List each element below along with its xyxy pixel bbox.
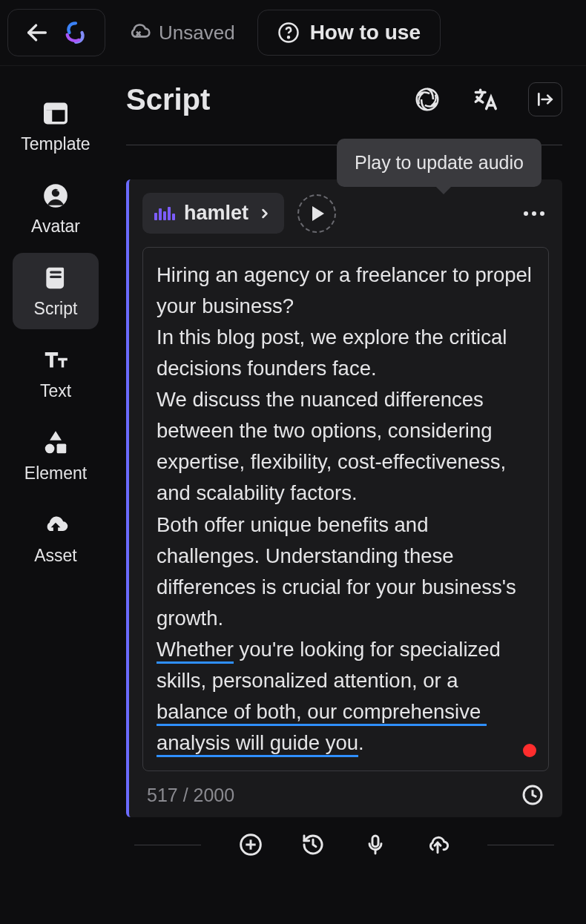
play-tooltip: Play to update audio (337, 139, 541, 187)
sidebar-item-element[interactable]: Element (13, 418, 99, 494)
question-circle-icon (277, 22, 300, 44)
char-counter: 517 / 2000 (147, 785, 234, 806)
translate-icon (471, 85, 499, 113)
voice-wave-icon (154, 207, 175, 220)
svg-point-4 (288, 36, 289, 38)
history-icon (301, 833, 325, 857)
plus-circle-icon (239, 833, 263, 857)
back-button[interactable] (24, 20, 50, 45)
app-logo[interactable] (63, 20, 88, 45)
duration-button[interactable] (521, 783, 544, 807)
sidebar-item-label: Avatar (31, 217, 80, 237)
sidebar: Template Avatar Script Text Element Asse… (0, 66, 111, 923)
voice-selector[interactable]: hamlet (142, 193, 284, 234)
sidebar-item-label: Element (24, 463, 87, 484)
tooltip-text: Play to update audio (355, 152, 524, 173)
voice-name: hamlet (184, 202, 248, 225)
add-scene-button[interactable] (238, 832, 263, 857)
sidebar-item-text[interactable]: Text (13, 335, 99, 412)
template-icon (42, 99, 70, 128)
openai-icon (413, 85, 441, 113)
play-audio-button[interactable] (297, 194, 336, 233)
upload-audio-button[interactable] (425, 832, 450, 857)
collapse-panel-button[interactable] (528, 82, 562, 116)
svg-marker-12 (50, 431, 62, 440)
shapes-icon (42, 429, 70, 457)
chevron-right-icon (257, 206, 272, 221)
cloud-upload-icon (42, 511, 70, 539)
top-bar: Unsaved How to use (0, 0, 586, 66)
sidebar-item-avatar[interactable]: Avatar (13, 171, 99, 247)
toolbar-separator (134, 845, 201, 845)
sidebar-item-label: Asset (34, 546, 77, 566)
translate-button[interactable] (470, 85, 500, 114)
svg-rect-22 (372, 836, 378, 847)
play-icon (312, 206, 324, 221)
ai-generate-button[interactable] (412, 85, 442, 114)
upload-cloud-icon (426, 833, 450, 857)
page-title: Script (126, 83, 210, 116)
sidebar-item-label: Template (21, 134, 90, 154)
script-textarea[interactable]: Hiring an agency or a freelancer to prop… (142, 247, 549, 771)
microphone-icon (363, 833, 387, 857)
svg-rect-6 (45, 104, 67, 110)
script-content: Hiring an agency or a freelancer to prop… (157, 260, 535, 759)
recording-indicator (523, 744, 536, 757)
panel-header: Script (126, 82, 562, 131)
save-status: Unsaved (128, 21, 235, 44)
clock-icon (521, 783, 544, 807)
record-mic-button[interactable] (363, 832, 388, 857)
scene-panel: hamlet Hiring an agency or a freelancer … (126, 179, 562, 817)
sidebar-item-template[interactable]: Template (13, 88, 99, 165)
how-to-use-button[interactable]: How to use (257, 10, 441, 56)
sidebar-item-label: Script (34, 299, 78, 319)
text-icon (42, 346, 70, 374)
arrow-left-icon (24, 20, 50, 45)
cloud-unsaved-icon (128, 21, 151, 44)
sidebar-item-script[interactable]: Script (13, 253, 99, 329)
avatar-icon (42, 182, 70, 210)
svg-point-13 (45, 444, 55, 454)
sidebar-item-asset[interactable]: Asset (13, 500, 99, 576)
scene-more-button[interactable] (519, 207, 549, 220)
save-status-label: Unsaved (159, 22, 235, 44)
history-button[interactable] (300, 832, 326, 857)
how-to-use-label: How to use (310, 21, 421, 44)
svg-rect-14 (57, 444, 67, 454)
script-icon (42, 264, 70, 292)
toolbar-separator (487, 845, 554, 845)
collapse-right-icon (536, 90, 555, 109)
top-left-group (7, 9, 105, 56)
sidebar-item-label: Text (40, 381, 71, 401)
bottom-toolbar (126, 817, 562, 865)
swirl-logo-icon (63, 20, 88, 45)
svg-rect-7 (45, 110, 53, 122)
